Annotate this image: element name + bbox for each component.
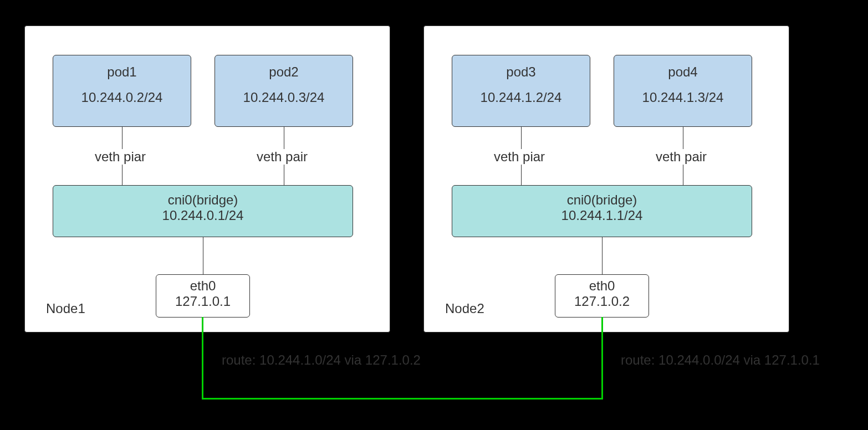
node1-eth-box: eth0 127.1.0.1 xyxy=(156,274,250,318)
route-line-horizontal xyxy=(202,398,603,400)
node1-bridge-eth-line xyxy=(203,237,203,274)
route-line-right xyxy=(601,317,603,400)
node1-eth-ip: 127.1.0.1 xyxy=(156,294,249,309)
node1-bridge-name: cni0(bridge) xyxy=(53,192,353,208)
node1-bridge-box: cni0(bridge) 10.244.0.1/24 xyxy=(53,185,353,237)
node2-bridge-eth-line xyxy=(602,237,603,274)
pod4-box: pod4 10.244.1.3/24 xyxy=(614,55,752,127)
route1-label: route: 10.244.1.0/24 via 127.1.0.2 xyxy=(222,352,421,368)
pod4-ip: 10.244.1.3/24 xyxy=(614,90,752,105)
pod3-box: pod3 10.244.1.2/24 xyxy=(452,55,590,127)
node2-bridge-box: cni0(bridge) 10.244.1.1/24 xyxy=(452,185,752,237)
node1-bridge-ip: 10.244.0.1/24 xyxy=(53,208,353,223)
node1-label: Node1 xyxy=(46,301,85,316)
node1-veth2-label: veth pair xyxy=(254,149,310,165)
route-line-left xyxy=(202,317,203,399)
pod1-name: pod1 xyxy=(53,64,191,80)
route2-label: route: 10.244.0.0/24 via 127.1.0.1 xyxy=(621,352,820,368)
pod2-name: pod2 xyxy=(215,64,353,80)
node2-label: Node2 xyxy=(445,301,484,316)
pod1-box: pod1 10.244.0.2/24 xyxy=(53,55,191,127)
pod2-ip: 10.244.0.3/24 xyxy=(215,90,353,105)
node2-veth2-label: veth pair xyxy=(653,149,709,165)
node2-container: Node2 pod3 10.244.1.2/24 pod4 10.244.1.3… xyxy=(423,25,789,332)
pod2-box: pod2 10.244.0.3/24 xyxy=(215,55,353,127)
pod3-name: pod3 xyxy=(452,64,590,80)
node2-eth-box: eth0 127.1.0.2 xyxy=(555,274,649,318)
node2-bridge-name: cni0(bridge) xyxy=(452,192,752,208)
node2-eth-ip: 127.1.0.2 xyxy=(555,294,649,309)
node2-eth-name: eth0 xyxy=(555,278,649,294)
pod4-name: pod4 xyxy=(614,64,752,80)
node2-veth1-label: veth piar xyxy=(492,149,547,165)
node2-bridge-ip: 10.244.1.1/24 xyxy=(452,208,752,223)
node1-eth-name: eth0 xyxy=(156,278,249,294)
node1-container: Node1 pod1 10.244.0.2/24 pod2 10.244.0.3… xyxy=(24,25,390,332)
pod1-ip: 10.244.0.2/24 xyxy=(53,90,191,105)
node1-veth1-label: veth piar xyxy=(93,149,148,165)
pod3-ip: 10.244.1.2/24 xyxy=(452,90,590,105)
